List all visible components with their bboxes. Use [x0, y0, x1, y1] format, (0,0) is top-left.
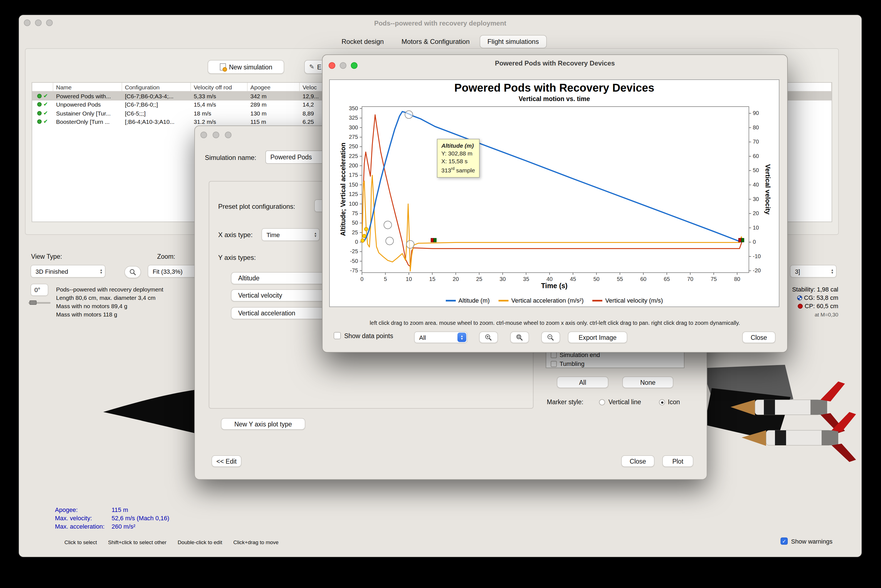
svg-text:30: 30: [500, 276, 506, 282]
chart-panel[interactable]: Powered Pods with Recovery Devices Verti…: [329, 80, 779, 307]
svg-text:80: 80: [753, 124, 759, 130]
svg-text:20: 20: [453, 276, 459, 282]
zoom-magnifier-button[interactable]: [124, 266, 141, 278]
cell-name: Unpowered Pods: [53, 101, 122, 108]
dialog-close-button[interactable]: [201, 132, 207, 138]
plot-help-text: left click drag to zoom area. mouse whee…: [322, 320, 787, 326]
marker-style-label: Marker style:: [547, 399, 583, 405]
cell-apogee: 289 m: [247, 101, 300, 108]
show-data-points-checkbox[interactable]: [334, 332, 341, 339]
svg-text:25: 25: [476, 276, 482, 282]
rotation-angle-value: 0°: [34, 286, 40, 293]
chart-tooltip: Altitude (m) Y: 302,88 m X: 15,58 s 313r…: [437, 139, 479, 177]
chart-plot-area[interactable]: 05101520253035404550556065707580-75-50-2…: [330, 80, 780, 308]
rotation-slider-thumb[interactable]: [29, 300, 37, 305]
zoom-reset-button[interactable]: [510, 332, 529, 343]
edit-back-button[interactable]: << Edit: [211, 455, 241, 467]
cell-apogee: 130 m: [247, 110, 300, 117]
plot-action-label: Plot: [672, 458, 683, 465]
tab-flight-simulations[interactable]: Flight simulations: [479, 35, 547, 48]
events-none-button[interactable]: None: [622, 376, 673, 388]
marker-vertical-line-radio[interactable]: [599, 399, 605, 405]
dialog-zoom-button[interactable]: [225, 132, 231, 138]
zoom-in-button[interactable]: [479, 332, 498, 343]
new-simulation-button[interactable]: New simulation: [208, 60, 284, 74]
new-y-axis-plot-type-button[interactable]: New Y axis plot type: [221, 418, 305, 430]
rotation-angle-field[interactable]: 0°: [30, 284, 48, 296]
rocket-3d-view[interactable]: [702, 365, 862, 462]
show-warnings-checkbox[interactable]: ✓: [781, 537, 788, 545]
svg-text:60: 60: [753, 153, 759, 159]
edit-simulation-label: E: [317, 64, 321, 70]
col-apogee[interactable]: Apogee: [247, 83, 300, 91]
view-type-select[interactable]: 3D Finished ▲▼: [30, 265, 105, 278]
svg-text:50: 50: [593, 276, 599, 282]
legend-altitude-label: Altitude (m): [458, 297, 490, 304]
svg-text:-50: -50: [350, 258, 358, 264]
tooltip-sample: 313rd sample: [441, 165, 475, 174]
svg-text:90: 90: [753, 110, 759, 116]
row-status-icons: ✔: [32, 102, 53, 108]
marker-vertical-line-label: Vertical line: [608, 399, 641, 405]
y-type-altitude-label: Altitude: [238, 275, 259, 282]
col-status: [32, 83, 53, 91]
rocket-summary: Pods--powered with recovery deployment L…: [56, 285, 163, 319]
plot-action-button[interactable]: Plot: [662, 455, 693, 467]
svg-text:325: 325: [349, 115, 358, 121]
hint-double-click: Double-click to edit: [178, 539, 222, 545]
flight-statistics: Apogee:115 m Max. velocity:52,6 m/s (Mac…: [55, 506, 169, 531]
col-name[interactable]: Name: [53, 83, 122, 91]
legend-velocity-label: Vertical velocity (m/s): [605, 297, 663, 304]
tab-motors-configuration[interactable]: Motors & Configuration: [394, 35, 477, 48]
svg-text:175: 175: [349, 172, 358, 178]
branch-value: All: [419, 334, 426, 340]
col-velocity-off-rod[interactable]: Velocity off rod: [191, 83, 247, 91]
svg-text:300: 300: [349, 124, 358, 130]
marker-icon-radio[interactable]: [659, 399, 665, 405]
uptodate-check-icon: ✔: [43, 111, 48, 116]
branch-select[interactable]: All ▲▼: [414, 332, 467, 343]
event-item-tumbling[interactable]: Tumbling: [551, 360, 584, 367]
event-checkbox[interactable]: [551, 352, 557, 358]
show-data-points[interactable]: Show data points: [334, 332, 393, 339]
plot-close-action-button[interactable]: Close: [742, 332, 776, 343]
configuration-select[interactable]: 3] ▲▼: [790, 265, 837, 278]
rocket-summary-line: Pods--powered with recovery deployment: [56, 285, 163, 294]
plot-window-title: Powered Pods with Recovery Devices: [322, 59, 787, 67]
sim-ok-icon: [37, 102, 42, 107]
svg-text:10: 10: [753, 225, 759, 231]
chart-title: Powered Pods with Recovery Devices: [330, 82, 779, 94]
zoom-out-button[interactable]: [541, 332, 560, 343]
event-checkbox[interactable]: [551, 361, 557, 367]
events-all-button[interactable]: All: [557, 376, 608, 388]
zoom-label: Zoom:: [157, 253, 175, 260]
tab-rocket-design[interactable]: Rocket design: [334, 35, 392, 48]
max-velocity-value: 52,6 m/s (Mach 0,16): [112, 515, 169, 521]
show-warnings[interactable]: ✓ Show warnings: [781, 537, 832, 545]
rocket-summary-line: Mass with motors 118 g: [56, 310, 163, 319]
x-axis-type-select[interactable]: Time ▲▼: [261, 228, 320, 241]
cell-apogee: 342 m: [247, 93, 300, 99]
svg-text:55: 55: [617, 276, 623, 282]
svg-text:-20: -20: [753, 267, 761, 273]
main-tabs: Rocket design Motors & Configuration Fli…: [19, 35, 862, 48]
svg-text:15: 15: [429, 276, 435, 282]
cell-configuration: [C6-5;;;]: [122, 110, 191, 117]
row-status-icons: ✔: [32, 119, 53, 124]
svg-text:30: 30: [753, 196, 759, 202]
rotation-slider[interactable]: [28, 302, 51, 304]
dialog-minimize-button[interactable]: [213, 132, 219, 138]
right-axis-label: Vertical velocity: [764, 164, 772, 214]
col-configuration[interactable]: Configuration: [122, 83, 191, 91]
legend-velocity-swatch: [593, 300, 602, 301]
events-none-label: None: [640, 379, 656, 386]
chart-subtitle: Vertical motion vs. time: [330, 96, 779, 102]
row-status-icons: ✔: [32, 93, 53, 99]
cp-icon: [798, 304, 803, 309]
export-image-label: Export Image: [579, 334, 617, 340]
svg-text:-25: -25: [350, 248, 358, 254]
export-image-button[interactable]: Export Image: [568, 332, 627, 343]
cell-configuration: [C6-7;B6-0;A3-4;...: [122, 93, 191, 99]
dialog-close-action-button[interactable]: Close: [621, 455, 655, 467]
events-all-label: All: [579, 379, 586, 386]
